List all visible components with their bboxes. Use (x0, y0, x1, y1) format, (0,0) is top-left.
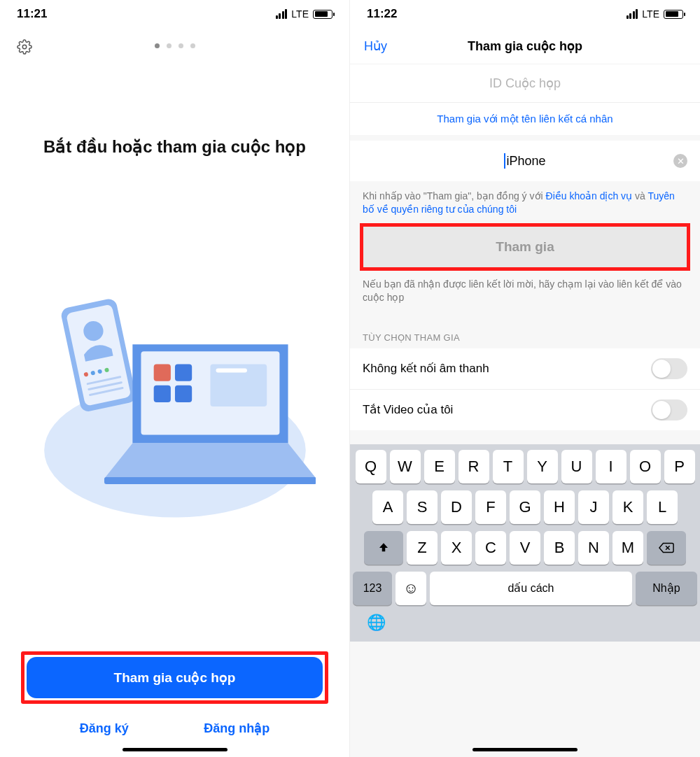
display-name-input[interactable]: iPhone ✕ (350, 141, 700, 181)
signal-icon (276, 9, 288, 19)
home-indicator[interactable] (122, 748, 227, 751)
key-z[interactable]: Z (407, 531, 438, 565)
status-time: 11:22 (367, 7, 397, 21)
kb-row-3: ZXCVBNM (353, 531, 697, 565)
key-w[interactable]: W (390, 450, 421, 483)
key-u[interactable]: U (561, 450, 592, 483)
key-c[interactable]: C (475, 531, 506, 565)
tos-link[interactable]: Điều khoản dịch vụ (546, 190, 633, 201)
status-right: LTE (626, 8, 683, 20)
key-l[interactable]: L (647, 490, 678, 524)
key-d[interactable]: D (441, 490, 472, 524)
kb-row-1: QWERTYUIOP (353, 450, 697, 483)
key-m[interactable]: M (612, 531, 643, 565)
toggle-no-video[interactable] (651, 399, 687, 420)
svg-rect-14 (175, 364, 192, 381)
personal-link-button[interactable]: Tham gia với một tên liên kết cá nhân (350, 102, 700, 135)
key-b[interactable]: B (544, 531, 575, 565)
text-cursor (504, 153, 505, 169)
key-o[interactable]: O (630, 450, 661, 483)
key-q[interactable]: Q (356, 450, 386, 483)
option-no-audio-label: Không kết nối âm thanh (363, 361, 489, 376)
option-no-video: Tắt Video của tôi (350, 390, 700, 430)
toggle-no-audio[interactable] (651, 358, 687, 379)
network-label: LTE (291, 8, 309, 20)
key-v[interactable]: V (510, 531, 540, 565)
svg-rect-15 (153, 385, 170, 402)
space-key[interactable]: dấu cách (430, 572, 632, 605)
svg-rect-16 (175, 385, 192, 402)
nav-title: Tham gia cuộc họp (468, 38, 582, 54)
meeting-id-input[interactable]: ID Cuộc họp (350, 64, 700, 102)
svg-rect-13 (153, 364, 170, 381)
network-label: LTE (642, 8, 659, 20)
backspace-key[interactable] (647, 531, 686, 565)
option-no-audio: Không kết nối âm thanh (350, 348, 700, 390)
key-p[interactable]: P (664, 450, 695, 483)
keyboard: QWERTYUIOP ASDFGHJKL ZXCVBNM 123 ☺ dấu c… (350, 444, 700, 642)
status-bar: 11:21 LTE (0, 0, 349, 28)
key-i[interactable]: I (596, 450, 626, 483)
key-e[interactable]: E (424, 450, 455, 483)
name-value: iPhone (506, 154, 545, 169)
cancel-button[interactable]: Hủy (364, 38, 387, 54)
signin-button[interactable]: Đăng nhập (204, 721, 270, 736)
signal-icon (626, 9, 638, 19)
signup-button[interactable]: Đăng ký (80, 721, 129, 736)
option-no-video-label: Tắt Video của tôi (363, 402, 453, 417)
join-meeting-button[interactable]: Tham gia cuộc họp (27, 657, 323, 698)
join-button[interactable]: Tham gia (363, 227, 687, 267)
svg-rect-19 (104, 477, 316, 484)
page-dots (0, 43, 349, 48)
options-header: TÙY CHỌN THAM GIA (350, 325, 700, 348)
invite-help-text: Nếu bạn đã nhận được liên kết lời mời, h… (350, 271, 700, 325)
home-indicator[interactable] (472, 748, 578, 751)
shift-key[interactable] (364, 531, 403, 565)
battery-icon (664, 10, 683, 19)
key-a[interactable]: A (372, 490, 403, 524)
emoji-key[interactable]: ☺ (396, 572, 426, 605)
status-bar: 11:22 LTE (350, 0, 700, 28)
key-t[interactable]: T (493, 450, 524, 483)
illustration (0, 157, 349, 651)
gear-icon[interactable] (17, 39, 32, 57)
key-f[interactable]: F (475, 490, 506, 524)
svg-rect-18 (216, 368, 246, 372)
nav-header: Hủy Tham gia cuộc họp (350, 28, 700, 64)
globe-icon[interactable]: 🌐 (367, 614, 386, 632)
enter-key[interactable]: Nhập (636, 572, 697, 605)
status-right: LTE (276, 8, 332, 20)
status-time: 11:21 (17, 7, 47, 21)
numeric-key[interactable]: 123 (353, 572, 392, 605)
kb-row-2: ASDFGHJKL (353, 490, 697, 524)
key-s[interactable]: S (407, 490, 438, 524)
clear-icon[interactable]: ✕ (673, 154, 687, 168)
key-g[interactable]: G (510, 490, 540, 524)
screen-join-form: 11:22 LTE Hủy Tham gia cuộc họp ID Cuộc … (350, 0, 700, 757)
key-x[interactable]: X (441, 531, 472, 565)
key-j[interactable]: J (578, 490, 609, 524)
terms-disclaimer: Khi nhấp vào "Tham gia", bạn đồng ý với … (350, 181, 700, 223)
key-k[interactable]: K (612, 490, 643, 524)
key-h[interactable]: H (544, 490, 575, 524)
highlight-join: Tham gia (360, 223, 690, 271)
battery-icon (313, 10, 332, 19)
screen-welcome: 11:21 LTE Bắt đầu hoặc tham gia cuộc họp (0, 0, 350, 757)
highlight-join-meeting: Tham gia cuộc họp (21, 651, 328, 704)
key-n[interactable]: N (578, 531, 609, 565)
hero-title: Bắt đầu hoặc tham gia cuộc họp (0, 60, 349, 157)
key-y[interactable]: Y (527, 450, 558, 483)
key-r[interactable]: R (458, 450, 489, 483)
